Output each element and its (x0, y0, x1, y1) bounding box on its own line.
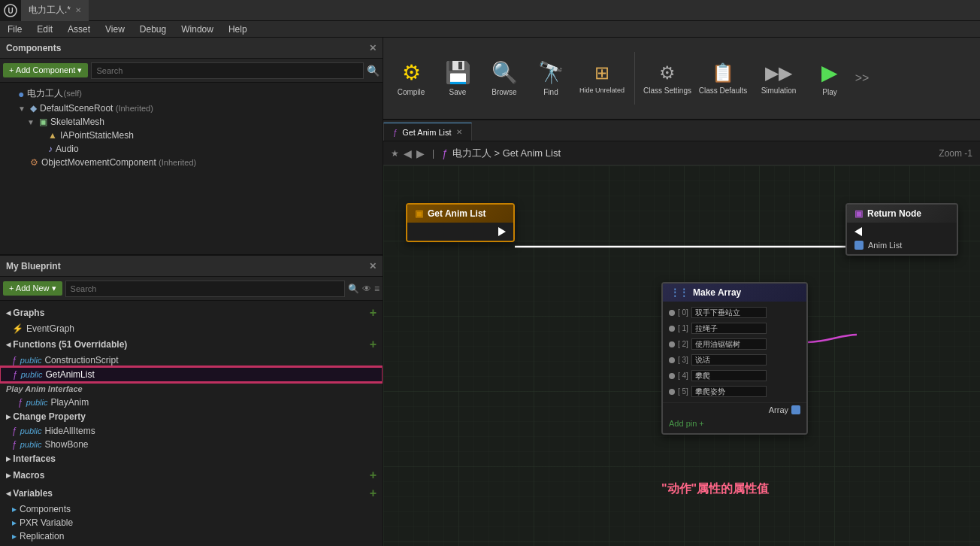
menu-file[interactable]: File (0, 21, 29, 38)
components-close-icon[interactable]: ✕ (369, 43, 377, 53)
array-output-row: Array (663, 402, 806, 417)
variable-icon: ▸ (12, 517, 17, 528)
find-button[interactable]: 🔭 Find (529, 44, 573, 112)
list-item[interactable]: ⚡ EventGraph (0, 322, 383, 335)
list-item[interactable]: ▼ ◆ DefaultSceneRoot (Inherited) (0, 102, 383, 115)
menu-help[interactable]: Help (221, 21, 255, 38)
save-button[interactable]: 💾 Save (436, 44, 479, 112)
eye-icon[interactable]: 👁 (362, 284, 371, 294)
add-macro-icon[interactable]: + (370, 469, 377, 482)
functions-section-header[interactable]: ◂ Functions (51 Overridable) + (0, 335, 383, 353)
get-anim-list-node[interactable]: ▣ Get Anim List (406, 203, 515, 242)
list-item[interactable]: ▼ ▣ SkeletalMesh (0, 115, 383, 129)
list-item[interactable]: ƒ public ConstructionScript (0, 353, 383, 367)
input-pin (669, 310, 675, 316)
compile-button[interactable]: ⚙ Compile (389, 44, 433, 112)
variable-name-label: Replication (20, 531, 64, 541)
list-item[interactable]: ▸ Replication (0, 529, 383, 543)
more-button[interactable]: >> (854, 44, 870, 112)
more-options-icon[interactable]: ≡ (374, 284, 380, 294)
node-body: Anim List (847, 223, 957, 254)
list-item[interactable]: ƒ public PlayAnim (0, 396, 383, 409)
add-graph-icon[interactable]: + (370, 306, 377, 320)
tab-close-icon[interactable]: ✕ (456, 128, 462, 136)
list-item[interactable]: ▸ Components (0, 502, 383, 516)
class-settings-button[interactable]: ⚙ Class Settings (641, 44, 694, 112)
array-input-1[interactable] (691, 323, 767, 334)
find-icon: 🔭 (538, 60, 564, 85)
menu-edit[interactable]: Edit (29, 21, 60, 38)
play-button[interactable]: ▶ Play (808, 44, 851, 112)
array-out-pin (791, 405, 800, 414)
macros-section-header[interactable]: ▸ Macros + (0, 466, 383, 484)
array-input-0[interactable] (691, 307, 767, 318)
components-title: Components (6, 43, 61, 53)
list-item[interactable]: ▸ PXR Variable (0, 516, 383, 529)
blueprint-panel: My Blueprint ✕ + Add New ▾ 🔍 👁 ≡ ◂ Graph… (0, 256, 383, 546)
visibility-label: public (20, 356, 42, 365)
node-header: ▣ Get Anim List (407, 205, 513, 223)
variables-section-header[interactable]: ◂ Variables + (0, 484, 383, 502)
list-item[interactable]: ▲ IAPointStaticMesh (0, 129, 383, 142)
list-item[interactable]: ● 电力工人(self) (0, 86, 383, 102)
list-item[interactable]: ƒ public HideAllItems (0, 424, 383, 438)
node-body (407, 223, 513, 241)
array-input-5[interactable] (691, 386, 767, 397)
class-defaults-button[interactable]: 📋 Class Defaults (697, 44, 749, 112)
tab-get-anim-list[interactable]: ƒ Get Anim List ✕ (383, 123, 472, 141)
menu-asset[interactable]: Asset (60, 21, 98, 38)
array-input-3[interactable] (691, 354, 767, 366)
add-function-icon[interactable]: + (370, 338, 377, 351)
function-name-label: GetAnimList (45, 369, 94, 380)
canvas[interactable]: ▣ Get Anim List ▣ Return Node (383, 165, 980, 546)
simulation-button[interactable]: ▶▶ Simulation (752, 44, 805, 112)
list-item[interactable]: ⚙ ObjectMovementComponent (Inherited) (0, 156, 383, 169)
make-array-node[interactable]: ⋮⋮ Make Array [ 0] [ 1] (661, 282, 808, 435)
list-item[interactable]: ƒ public ShowBone (0, 438, 383, 451)
function-name-label: PlayAnim (50, 397, 89, 408)
interfaces-section-header[interactable]: ▸ Interfaces (0, 451, 383, 466)
section-label: ▸ Change Property (6, 411, 86, 422)
menu-view[interactable]: View (98, 21, 132, 38)
function-name-label: HideAllItems (44, 426, 95, 436)
tree-item-label: ObjectMovementComponent (Inherited) (41, 157, 196, 168)
app-tab-label: 电力工人.* (29, 4, 71, 17)
back-button[interactable]: ◀ (404, 147, 412, 159)
close-tab-button[interactable]: ✕ (75, 6, 81, 14)
menu-window[interactable]: Window (174, 21, 221, 38)
app-tab[interactable]: 电力工人.* ✕ (21, 0, 89, 21)
section-label: ▸ Interfaces (6, 453, 56, 464)
section-label: ◂ Graphs (6, 308, 44, 318)
array-input-2[interactable] (691, 338, 767, 350)
forward-button[interactable]: ▶ (416, 147, 425, 159)
change-property-section-header[interactable]: ▸ Change Property (0, 409, 383, 424)
blueprint-search-input[interactable] (65, 281, 345, 297)
node-header: ⋮⋮ Make Array (663, 284, 806, 302)
blueprint-close-icon[interactable]: ✕ (369, 261, 377, 271)
class-settings-icon: ⚙ (659, 62, 676, 83)
array-input-4[interactable] (691, 370, 767, 381)
add-new-button[interactable]: + Add New ▾ (3, 281, 62, 296)
browse-button[interactable]: 🔍 Browse (482, 44, 526, 112)
separator: | (432, 148, 434, 159)
add-pin-button[interactable]: Add pin + (663, 417, 806, 430)
add-variable-icon[interactable]: + (370, 487, 377, 500)
components-search-input[interactable] (91, 62, 364, 79)
add-component-button[interactable]: + Add Component ▾ (3, 63, 88, 77)
array-input-row: [ 3] (663, 352, 806, 368)
breadcrumb: ★ ◀ ▶ | ƒ 电力工人 > Get Anim List Zoom -1 (383, 141, 980, 165)
list-item[interactable]: ƒ public GetAnimList (0, 367, 383, 382)
graphs-section-header[interactable]: ◂ Graphs + (0, 304, 383, 322)
blueprint-title: My Blueprint (6, 261, 61, 271)
play-anim-interface-header[interactable]: Play Anim Interface (0, 382, 383, 396)
list-item[interactable]: ♪ Audio (0, 142, 383, 156)
left-panel: Components ✕ + Add Component ▾ 🔍 ● 电力工人(… (0, 38, 383, 546)
menu-debug[interactable]: Debug (132, 21, 174, 38)
return-node[interactable]: ▣ Return Node Anim List (845, 203, 958, 256)
favorite-icon[interactable]: ★ (391, 148, 399, 159)
variable-icon: ▸ (12, 504, 17, 514)
hide-unrelated-button[interactable]: ⊞ Hide Unrelated (576, 44, 628, 112)
expand-icon: ▼ (27, 118, 36, 126)
input-pin (669, 357, 675, 363)
variable-name-label: PXR Variable (20, 517, 73, 528)
